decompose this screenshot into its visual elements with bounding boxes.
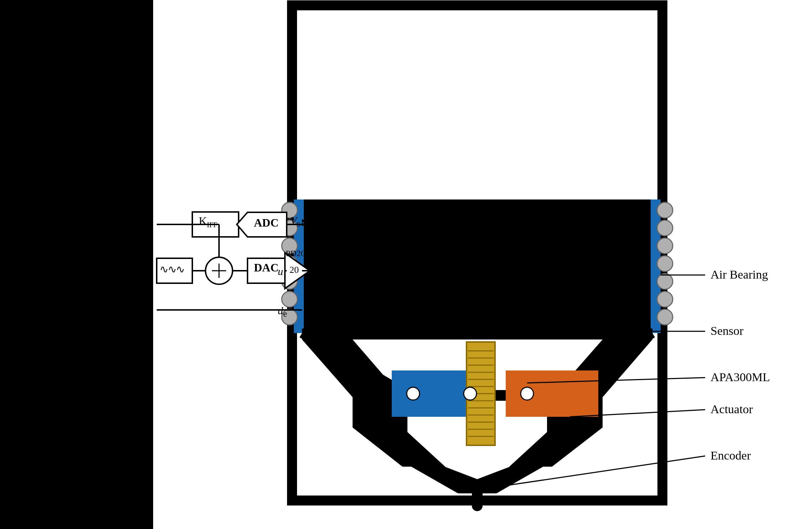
svg-line-33 xyxy=(570,339,623,390)
svg-rect-43 xyxy=(467,342,495,445)
de-label: de xyxy=(278,305,287,319)
svg-point-58 xyxy=(464,387,477,400)
svg-line-36 xyxy=(385,445,459,488)
svg-point-16 xyxy=(657,291,673,307)
svg-line-86 xyxy=(527,378,705,383)
svg-line-23 xyxy=(477,456,552,484)
svg-rect-24 xyxy=(302,330,652,339)
actuator-label: Actuator xyxy=(710,403,753,416)
svg-marker-30 xyxy=(509,427,603,467)
svg-point-13 xyxy=(657,238,673,254)
adc-label: ADC xyxy=(254,216,279,229)
svg-line-19 xyxy=(552,333,652,392)
kiff-label: KIFF xyxy=(199,214,217,229)
svg-rect-42 xyxy=(506,370,598,417)
svg-point-57 xyxy=(407,387,420,400)
svg-marker-28 xyxy=(552,392,603,427)
svg-point-17 xyxy=(657,309,673,325)
noise-symbol: ∿∿∿ xyxy=(160,263,184,275)
left-black-panel xyxy=(0,0,153,529)
svg-marker-27 xyxy=(353,392,402,427)
sensor-label: Sensor xyxy=(710,324,744,338)
svg-rect-1 xyxy=(302,199,652,333)
svg-rect-0 xyxy=(292,5,662,501)
svg-line-88 xyxy=(477,456,705,490)
svg-marker-25 xyxy=(302,339,402,397)
svg-point-11 xyxy=(657,202,673,218)
svg-marker-83 xyxy=(302,223,306,226)
pd200-label: PD200 xyxy=(286,249,309,258)
svg-point-14 xyxy=(657,256,673,271)
air-bearing-label: Air Bearing xyxy=(710,268,768,281)
svg-line-87 xyxy=(570,410,705,417)
svg-rect-40 xyxy=(385,390,570,401)
svg-marker-82 xyxy=(302,219,306,223)
svg-line-32 xyxy=(331,339,385,390)
apa300ml-label: APA300ML xyxy=(710,370,770,384)
svg-marker-26 xyxy=(552,339,652,397)
svg-rect-3 xyxy=(651,199,661,333)
svg-point-69 xyxy=(205,257,233,284)
svg-marker-29 xyxy=(353,427,445,467)
vs-label: Vs xyxy=(290,214,300,229)
dac-label: DAC xyxy=(254,261,279,274)
encoder-label: Encoder xyxy=(710,449,751,462)
svg-point-15 xyxy=(657,274,673,289)
svg-point-12 xyxy=(657,220,673,236)
svg-line-22 xyxy=(402,456,477,484)
svg-rect-31 xyxy=(302,328,652,339)
diagram-area: KIFF ADC Vs DAC PD200 20 u Va de ∿∿∿ xyxy=(153,0,812,529)
u-label: u xyxy=(278,265,283,278)
svg-rect-41 xyxy=(392,370,484,417)
va-label: Va xyxy=(311,264,321,279)
svg-point-8 xyxy=(282,274,297,289)
pd200-gain: 20 xyxy=(290,265,299,275)
svg-line-18 xyxy=(302,333,402,392)
svg-point-59 xyxy=(521,387,533,400)
svg-line-37 xyxy=(495,445,570,488)
